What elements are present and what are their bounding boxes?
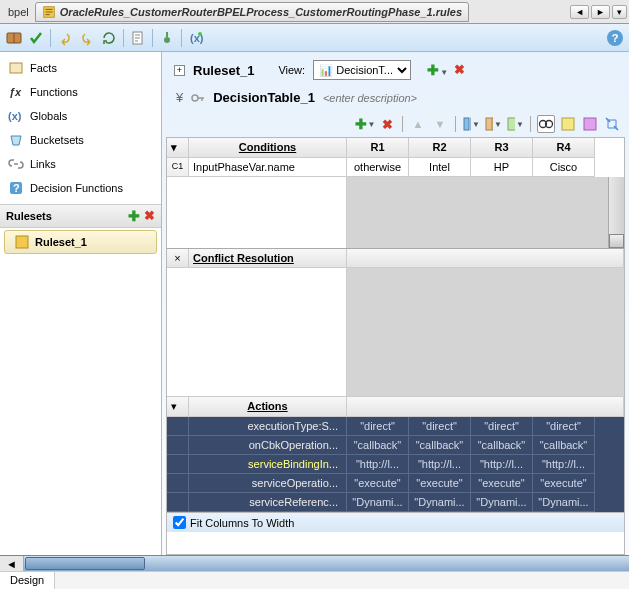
action-value[interactable]: "execute": [471, 474, 533, 493]
action-value[interactable]: "http://l...: [471, 455, 533, 474]
move-up-icon[interactable]: ▲: [409, 115, 427, 133]
rule-col-header[interactable]: R1: [347, 138, 409, 158]
rule-col-header[interactable]: R3: [471, 138, 533, 158]
rule-col-header[interactable]: R4: [533, 138, 595, 158]
svg-rect-23: [584, 118, 596, 130]
action-value[interactable]: "callback": [471, 436, 533, 455]
action-label[interactable]: serviceOperatio...: [189, 474, 347, 493]
collapse-icon[interactable]: ¥: [176, 90, 183, 105]
vertical-scrollbar[interactable]: [608, 177, 624, 248]
delete-button[interactable]: ✖: [378, 115, 396, 133]
condition-value[interactable]: HP: [471, 158, 533, 177]
document-icon[interactable]: [130, 30, 146, 46]
sidebar-item-globals[interactable]: (x) Globals: [0, 104, 161, 128]
tab-nav-next[interactable]: ►: [591, 5, 610, 19]
sidebar-item-bucketsets[interactable]: Bucketsets: [0, 128, 161, 152]
action-label[interactable]: serviceReferenc...: [189, 493, 347, 512]
sidebar-item-facts[interactable]: Facts: [0, 56, 161, 80]
delete-ruleset-icon[interactable]: ✖: [144, 208, 155, 224]
action-value[interactable]: "http://l...: [533, 455, 595, 474]
key-icon: [191, 91, 205, 105]
action-value[interactable]: "direct": [409, 417, 471, 436]
validate-icon[interactable]: [28, 30, 44, 46]
refresh-icon[interactable]: [101, 30, 117, 46]
action-value[interactable]: "execute": [533, 474, 595, 493]
conflict-close-icon[interactable]: ×: [167, 249, 189, 267]
gap-analysis-icon[interactable]: ▼: [462, 115, 480, 133]
action-value[interactable]: "execute": [409, 474, 471, 493]
condition-value[interactable]: Cisco: [533, 158, 595, 177]
ruleset-item[interactable]: Ruleset_1: [4, 230, 157, 254]
action-value[interactable]: "execute": [347, 474, 409, 493]
expand-icon[interactable]: +: [174, 65, 185, 76]
design-tab[interactable]: Design: [0, 572, 55, 589]
delete-rule-button[interactable]: ✖: [454, 62, 465, 78]
prev-tab[interactable]: bpel: [2, 4, 35, 20]
move-down-icon[interactable]: ▼: [431, 115, 449, 133]
svg-rect-8: [10, 63, 22, 73]
sidebar-item-links[interactable]: Links: [0, 152, 161, 176]
action-value[interactable]: "direct": [471, 417, 533, 436]
add-rule-button[interactable]: ✚▼: [427, 62, 448, 78]
ruleset-icon: [15, 235, 29, 249]
condition-value[interactable]: otherwise: [347, 158, 409, 177]
split-icon[interactable]: ▼: [484, 115, 502, 133]
svg-point-4: [164, 37, 170, 43]
add-ruleset-icon[interactable]: ✚: [128, 208, 140, 224]
action-value[interactable]: "callback": [409, 436, 471, 455]
settings-icon[interactable]: [159, 30, 175, 46]
action-value[interactable]: "Dynami...: [409, 493, 471, 512]
action-label[interactable]: serviceBindingIn...: [189, 455, 347, 474]
merge-icon[interactable]: ▼: [506, 115, 524, 133]
sidebar-item-decision-functions[interactable]: ? Decision Functions: [0, 176, 161, 200]
rule-col-header[interactable]: R2: [409, 138, 471, 158]
view-select[interactable]: 📊 DecisionT...: [313, 60, 411, 80]
add-button[interactable]: ✚▼: [356, 115, 374, 133]
redo-icon[interactable]: [79, 30, 95, 46]
facts-icon: [8, 60, 24, 76]
action-value[interactable]: "Dynami...: [533, 493, 595, 512]
tab-nav-prev[interactable]: ◄: [570, 5, 589, 19]
title-bar: bpel OracleRules_CustomerRouterBPELProce…: [0, 0, 629, 24]
action-value[interactable]: "Dynami...: [471, 493, 533, 512]
action-label[interactable]: executionType:S...: [189, 417, 347, 436]
action-value[interactable]: "direct": [347, 417, 409, 436]
horizontal-scrollbar[interactable]: ◄: [0, 555, 629, 571]
switch-rows-cols-icon[interactable]: [603, 115, 621, 133]
tool-icon-2[interactable]: [581, 115, 599, 133]
bottom-area: ◄ Design: [0, 555, 629, 589]
content-area: + Ruleset_1 View: 📊 DecisionT... ✚▼ ✖ ¥ …: [162, 52, 629, 555]
globals-tool-icon[interactable]: (x): [188, 30, 204, 46]
tool-icon-1[interactable]: [559, 115, 577, 133]
scroll-thumb[interactable]: [25, 557, 145, 570]
conflict-body: [167, 268, 624, 396]
action-value[interactable]: "http://l...: [409, 455, 471, 474]
action-value[interactable]: "callback": [533, 436, 595, 455]
action-value[interactable]: "Dynami...: [347, 493, 409, 512]
conflict-header-row: × Conflict Resolution: [167, 249, 624, 268]
tab-nav-list[interactable]: ▾: [612, 5, 627, 19]
help-icon[interactable]: ?: [607, 30, 623, 46]
svg-text:?: ?: [13, 182, 20, 194]
sidebar-item-functions[interactable]: ƒx Functions: [0, 80, 161, 104]
table-area: ▾ Conditions R1 R2 R3 R4 C1 InputPhaseVa…: [166, 137, 625, 555]
action-row: serviceReferenc..."Dynami..."Dynami..."D…: [167, 493, 624, 512]
description-input[interactable]: [323, 92, 473, 104]
svg-rect-22: [562, 118, 574, 130]
dictionary-icon[interactable]: [6, 30, 22, 46]
condition-value[interactable]: Intel: [409, 158, 471, 177]
rules-file-icon: [42, 5, 56, 19]
actions-collapse-icon[interactable]: ▾: [167, 397, 189, 416]
undo-icon[interactable]: [57, 30, 73, 46]
show-conflicts-icon[interactable]: [537, 115, 555, 133]
action-label[interactable]: onCbkOperation...: [189, 436, 347, 455]
fit-columns-checkbox[interactable]: [173, 516, 186, 529]
corner-cell[interactable]: ▾: [167, 138, 189, 158]
action-value[interactable]: "http://l...: [347, 455, 409, 474]
file-tab[interactable]: OracleRules_CustomerRouterBPELProcess_Cu…: [35, 2, 469, 22]
action-value[interactable]: "callback": [347, 436, 409, 455]
action-value[interactable]: "direct": [533, 417, 595, 436]
condition-id[interactable]: C1: [167, 158, 189, 177]
condition-name[interactable]: InputPhaseVar.name: [189, 158, 347, 177]
scroll-left-button[interactable]: ◄: [0, 556, 24, 571]
